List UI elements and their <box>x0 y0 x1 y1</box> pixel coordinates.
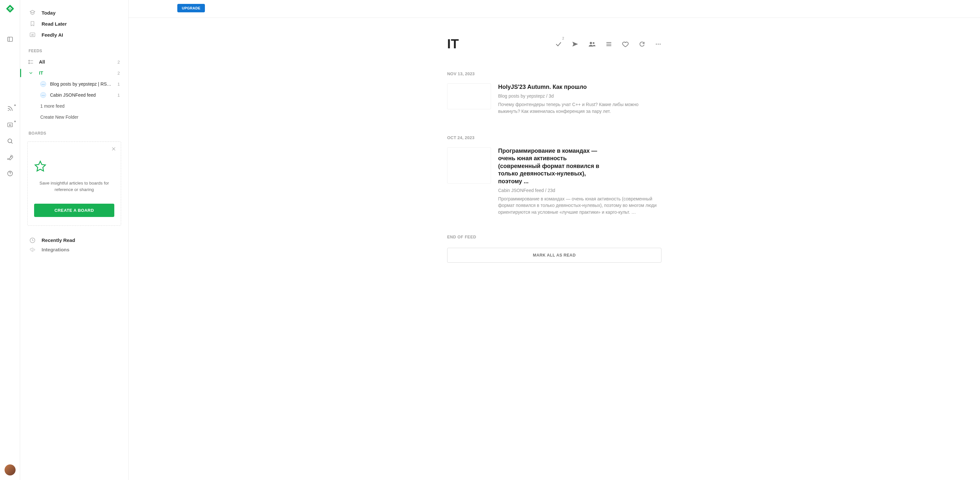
heart-icon[interactable] <box>622 41 629 48</box>
bookmark-icon <box>29 20 37 28</box>
svg-point-20 <box>32 250 33 251</box>
rocket-icon[interactable] <box>6 154 14 161</box>
globe-icon <box>40 81 46 87</box>
article-excerpt: Программирование в командах — очень юная… <box>498 196 662 215</box>
sidebar-feed-item[interactable]: Blog posts by yepstepz | RS… 1 <box>20 79 128 90</box>
svg-rect-0 <box>8 37 12 41</box>
article-card[interactable]: HolyJS'23 Autumn. Как прошло Blog posts … <box>447 83 662 114</box>
svg-rect-14 <box>29 63 30 63</box>
feeds-section-label: FEEDS <box>20 40 128 56</box>
ai-icon: AI <box>29 31 37 39</box>
help-icon[interactable] <box>6 170 14 177</box>
clock-icon <box>29 236 37 244</box>
sidebar: Today Read Later AI Feedly AI FEEDS All … <box>20 0 129 480</box>
mark-read-icon[interactable]: 2 <box>555 41 562 48</box>
add-ai-icon[interactable]: AI <box>6 121 14 128</box>
sidebar-item-integrations[interactable]: Integrations <box>20 246 128 253</box>
sidebar-create-folder[interactable]: Create New Folder <box>20 112 128 123</box>
gear-icon <box>29 247 37 253</box>
sidebar-item-count: 2 <box>118 71 120 76</box>
article-thumbnail <box>447 83 491 109</box>
sidebar-item-label: Today <box>41 10 56 16</box>
sidebar-item-label: Integrations <box>41 247 70 252</box>
star-icon <box>34 160 114 172</box>
sidebar-item-count: 2 <box>118 60 120 65</box>
avatar[interactable] <box>5 464 16 475</box>
article-card[interactable]: Программирование в командах — очень юная… <box>447 147 662 215</box>
toggle-sidebar-icon[interactable] <box>6 36 14 43</box>
upgrade-button[interactable]: UPGRADE <box>177 4 205 12</box>
svg-rect-12 <box>29 60 30 61</box>
article-title: HolyJS'23 Autumn. Как прошло <box>498 83 662 91</box>
feed-header: IT 2 <box>447 36 662 51</box>
article-age: 3d <box>549 93 554 98</box>
svg-point-21 <box>590 42 592 44</box>
svg-marker-18 <box>35 161 45 171</box>
end-of-feed-label: END OF FEED <box>447 235 662 239</box>
search-icon[interactable] <box>6 138 14 145</box>
sidebar-item-feedly-ai[interactable]: AI Feedly AI <box>20 29 128 40</box>
svg-point-22 <box>593 42 594 44</box>
sidebar-feed-label: Blog posts by yepstepz | RS… <box>50 81 111 87</box>
svg-point-7 <box>10 156 11 157</box>
sidebar-item-all[interactable]: All 2 <box>20 56 128 68</box>
topbar: UPGRADE <box>129 0 980 18</box>
svg-point-26 <box>656 43 657 44</box>
refresh-icon[interactable] <box>639 41 645 48</box>
sidebar-item-label: Recently Read <box>41 238 75 243</box>
article-meta: Cabin JSONFeed feed / 23d <box>498 188 662 193</box>
date-header: OCT 24, 2023 <box>447 135 662 140</box>
globe-icon <box>40 92 46 98</box>
left-rail: AI <box>0 0 20 480</box>
article-source: Blog posts by yepstepz <box>498 93 545 98</box>
today-icon <box>29 9 37 17</box>
article-title: Программирование в командах — очень юная… <box>498 147 602 185</box>
sidebar-folder-it[interactable]: IT 2 <box>20 68 128 79</box>
boards-empty-message: Save insightful articles to boards for r… <box>37 180 111 193</box>
mark-all-read-button[interactable]: MARK ALL AS READ <box>447 248 662 263</box>
close-icon[interactable] <box>111 146 116 152</box>
boards-section-label: BOARDS <box>20 123 128 139</box>
article-meta: Blog posts by yepstepz / 3d <box>498 93 662 98</box>
sidebar-item-label: IT <box>39 70 43 76</box>
article-age: 23d <box>548 188 555 193</box>
team-icon[interactable] <box>588 41 596 48</box>
feedly-logo[interactable] <box>6 5 14 13</box>
article-excerpt: Почему фронтендеры теперь учат C++ и Rus… <box>498 101 662 114</box>
sidebar-more-feeds[interactable]: 1 more feed <box>20 101 128 112</box>
share-icon[interactable] <box>572 41 578 48</box>
sidebar-item-today[interactable]: Today <box>20 7 128 18</box>
sidebar-item-label: All <box>39 59 45 65</box>
sidebar-feed-label: Cabin JSONFeed feed <box>50 92 96 98</box>
svg-point-28 <box>660 43 660 44</box>
main-area: UPGRADE IT 2 <box>129 0 980 480</box>
topbar-divider <box>129 17 980 18</box>
date-header: NOV 13, 2023 <box>447 71 662 76</box>
article-thumbnail <box>447 147 491 184</box>
sidebar-item-label: Read Later <box>41 21 67 27</box>
list-icon <box>28 59 34 65</box>
svg-text:AI: AI <box>31 33 34 36</box>
toolbar: 2 <box>555 41 662 48</box>
create-board-button[interactable]: CREATE A BOARD <box>34 204 114 217</box>
sidebar-item-label: Feedly AI <box>41 32 63 38</box>
svg-text:AI: AI <box>9 124 11 127</box>
more-icon[interactable] <box>655 41 662 48</box>
layout-icon[interactable] <box>606 41 612 48</box>
svg-point-2 <box>8 110 9 111</box>
chevron-down-icon[interactable] <box>28 70 34 76</box>
add-feed-icon[interactable] <box>6 105 14 112</box>
article-source: Cabin JSONFeed feed <box>498 188 544 193</box>
mark-read-count: 2 <box>562 36 564 40</box>
svg-point-5 <box>8 139 12 143</box>
sidebar-item-read-later[interactable]: Read Later <box>20 18 128 29</box>
sidebar-item-recently-read[interactable]: Recently Read <box>20 235 128 246</box>
svg-line-6 <box>11 143 12 144</box>
boards-empty-card: Save insightful articles to boards for r… <box>27 141 121 226</box>
page-title: IT <box>447 36 459 51</box>
sidebar-feed-count: 1 <box>118 82 120 87</box>
svg-point-27 <box>658 43 659 44</box>
sidebar-feed-item[interactable]: Cabin JSONFeed feed 1 <box>20 90 128 101</box>
sidebar-feed-count: 1 <box>118 93 120 98</box>
